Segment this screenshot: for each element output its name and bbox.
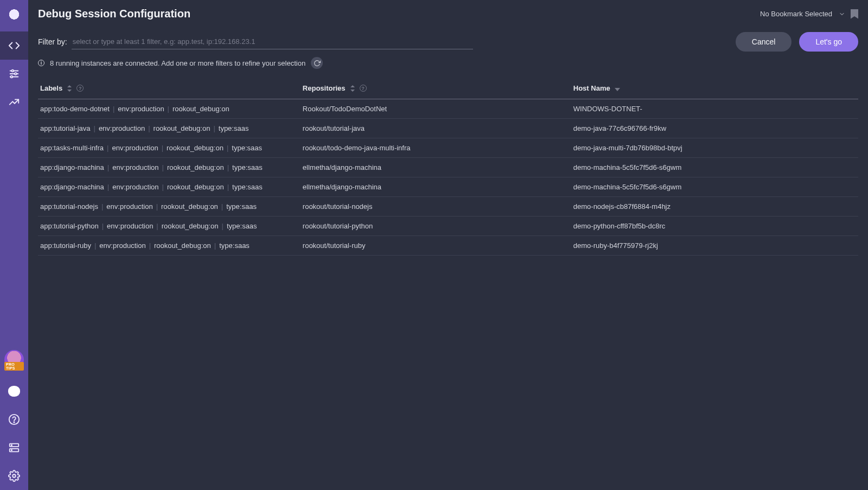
cell-repository: ellmetha/django-machina [301, 177, 571, 197]
cell-repository: rookout/tutorial-nodejs [301, 197, 571, 217]
sidebar-servers[interactable] [0, 434, 28, 462]
cell-hostname: demo-ruby-b4f775979-rj2kj [571, 236, 858, 256]
svg-point-1 [11, 70, 14, 72]
code-icon [8, 40, 20, 52]
cell-repository: Rookout/TodoDemoDotNet [301, 99, 571, 119]
sidebar-code[interactable] [0, 31, 28, 60]
instances-table: Labels ? Repositories ? [38, 79, 858, 256]
cell-labels: app:tutorial-ruby|env:production|rookout… [38, 236, 301, 256]
protips-badge[interactable]: PRO TIPS [4, 350, 24, 370]
svg-marker-14 [67, 90, 72, 92]
info-icon: i [38, 60, 44, 66]
filter-input[interactable] [72, 34, 473, 49]
cell-hostname: demo-java-multi-7db76b98bd-btpvj [571, 138, 858, 158]
svg-point-3 [15, 73, 17, 75]
table-row[interactable]: app:django-machina|env:production|rookou… [38, 177, 858, 197]
cell-repository: rookout/tutorial-java [301, 119, 571, 138]
cell-repository: rookout/tutorial-python [301, 217, 571, 236]
svg-marker-16 [350, 90, 355, 92]
table-row[interactable]: app:tutorial-python|env:production|rooko… [38, 217, 858, 236]
svg-point-10 [11, 445, 12, 446]
cell-labels: app:django-machina|env:production|rookou… [38, 177, 301, 197]
status-message: 8 running instances are connected. Add o… [50, 59, 305, 67]
chevron-down-icon [839, 11, 845, 17]
status-row: i 8 running instances are connected. Add… [28, 52, 868, 79]
filter-row: Filter by: Cancel Let's go [28, 22, 868, 52]
svg-marker-17 [615, 88, 620, 91]
cell-labels: app:tutorial-python|env:production|rooko… [38, 217, 301, 236]
col-header-labels[interactable]: Labels ? [40, 84, 84, 92]
svg-marker-13 [67, 85, 72, 87]
sort-icon [350, 85, 355, 92]
help-icon[interactable]: ? [360, 85, 367, 92]
svg-marker-15 [350, 85, 355, 87]
cell-labels: app:todo-demo-dotnet|env:production|rook… [38, 99, 301, 119]
table-row[interactable]: app:django-machina|env:production|rookou… [38, 158, 858, 177]
cell-hostname: demo-java-77c6c96766-fr9kw [571, 119, 858, 138]
table-row[interactable]: app:tutorial-nodejs|env:production|rooko… [38, 197, 858, 217]
svg-point-7 [14, 422, 14, 422]
chat-icon [8, 386, 20, 397]
cell-hostname: demo-nodejs-cb87f6884-m4hjz [571, 197, 858, 217]
app-logo [0, 5, 28, 28]
page-title: Debug Session Configuration [38, 8, 190, 20]
cell-hostname: WINDOWS-DOTNET- [571, 99, 858, 119]
cell-labels: app:tasks-multi-infra|env:production|roo… [38, 138, 301, 158]
refresh-button[interactable] [311, 57, 323, 69]
table-row[interactable]: app:tutorial-ruby|env:production|rookout… [38, 236, 858, 256]
col-header-repositories[interactable]: Repositories ? [303, 84, 367, 92]
cell-repository: rookout/tutorial-ruby [301, 236, 571, 256]
cell-repository: rookout/todo-demo-java-multi-infra [301, 138, 571, 158]
cell-repository: ellmetha/django-machina [301, 158, 571, 177]
cell-hostname: demo-machina-5c5fc7f5d6-s6gwm [571, 158, 858, 177]
sidebar: PRO TIPS [0, 0, 28, 490]
table-row[interactable]: app:tasks-multi-infra|env:production|roo… [38, 138, 858, 158]
cell-hostname: demo-python-cff87bf5b-dc8rc [571, 217, 858, 236]
bookmark-select-label: No Bookmark Selected [760, 10, 832, 18]
sidebar-help[interactable] [0, 405, 28, 434]
col-header-hostname[interactable]: Host Name [573, 84, 620, 92]
sort-icon [67, 85, 72, 92]
help-icon[interactable]: ? [76, 85, 84, 92]
cell-labels: app:tutorial-java|env:production|rookout… [38, 119, 301, 138]
sidebar-settings[interactable] [0, 462, 28, 490]
cell-labels: app:tutorial-nodejs|env:production|rooko… [38, 197, 301, 217]
svg-point-11 [11, 450, 12, 450]
sliders-icon [8, 68, 20, 80]
sidebar-chat[interactable] [0, 377, 28, 405]
sidebar-sliders[interactable] [0, 60, 28, 88]
refresh-icon [314, 60, 321, 67]
server-icon [8, 442, 20, 454]
svg-point-12 [12, 474, 16, 478]
lets-go-button[interactable]: Let's go [799, 32, 858, 52]
cell-labels: app:django-machina|env:production|rookou… [38, 158, 301, 177]
cell-hostname: demo-machina-5c5fc7f5d6-s6gwm [571, 177, 858, 197]
gear-icon [8, 470, 20, 482]
bookmark-icon[interactable] [851, 9, 858, 19]
table-row[interactable]: app:tutorial-java|env:production|rookout… [38, 119, 858, 138]
svg-point-5 [11, 76, 13, 78]
main-content: Debug Session Configuration No Bookmark … [28, 0, 868, 490]
chart-up-icon [8, 96, 20, 108]
protips-label: PRO TIPS [4, 362, 24, 371]
bookmark-select[interactable]: No Bookmark Selected [760, 10, 845, 18]
sort-desc-icon [615, 86, 620, 91]
topbar: Debug Session Configuration No Bookmark … [28, 0, 868, 22]
table-row[interactable]: app:todo-demo-dotnet|env:production|rook… [38, 99, 858, 119]
filter-label: Filter by: [38, 37, 67, 46]
help-circle-icon [8, 413, 20, 425]
cancel-button[interactable]: Cancel [736, 32, 792, 52]
sidebar-analytics[interactable] [0, 88, 28, 116]
